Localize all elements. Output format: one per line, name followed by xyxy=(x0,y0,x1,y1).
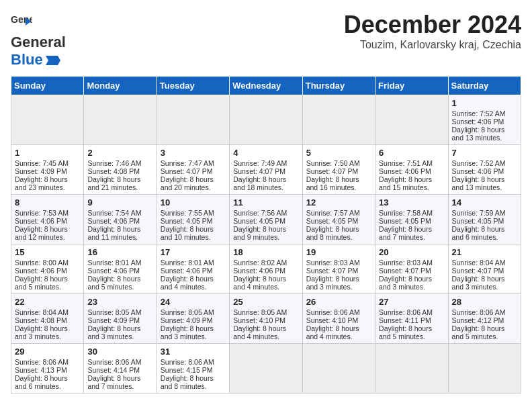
calendar-day-header: Friday xyxy=(375,76,448,95)
calendar-day-cell: 29Sunrise: 8:06 AMSunset: 4:13 PMDayligh… xyxy=(11,343,84,393)
calendar-day-header: Wednesday xyxy=(230,76,302,95)
sunrise-text: Sunrise: 8:05 AM xyxy=(233,308,287,316)
sunset-text: Sunset: 4:05 PM xyxy=(233,217,285,225)
calendar-title: December 2024 xyxy=(344,11,521,39)
sunset-text: Sunset: 4:06 PM xyxy=(87,217,140,225)
day-number: 13 xyxy=(379,197,444,208)
daylight-text: Daylight: 8 hours and 3 minutes. xyxy=(452,275,505,291)
day-number: 25 xyxy=(233,297,298,307)
logo-icon: General xyxy=(11,11,32,32)
calendar-day-cell: 26Sunrise: 8:06 AMSunset: 4:10 PMDayligh… xyxy=(302,293,375,343)
sunset-text: Sunset: 4:08 PM xyxy=(87,167,140,175)
daylight-text: Daylight: 8 hours and 23 minutes. xyxy=(15,175,68,191)
day-number: 16 xyxy=(87,247,152,257)
daylight-text: Daylight: 8 hours and 5 minutes. xyxy=(15,275,68,291)
day-number: 23 xyxy=(87,297,152,307)
calendar-day-cell: 5Sunrise: 7:50 AMSunset: 4:07 PMDaylight… xyxy=(302,144,375,194)
calendar-day-header: Sunday xyxy=(11,76,84,95)
calendar-day-cell: 23Sunrise: 8:05 AMSunset: 4:09 PMDayligh… xyxy=(84,293,157,343)
calendar-day-cell xyxy=(302,343,375,393)
daylight-text: Daylight: 8 hours and 4 minutes. xyxy=(233,275,286,291)
calendar-table: SundayMondayTuesdayWednesdayThursdayFrid… xyxy=(11,76,521,394)
calendar-day-cell: 7Sunrise: 7:52 AMSunset: 4:06 PMDaylight… xyxy=(448,144,521,194)
daylight-text: Daylight: 8 hours and 7 minutes. xyxy=(87,374,140,390)
sunrise-text: Sunrise: 8:04 AM xyxy=(15,308,69,316)
daylight-text: Daylight: 8 hours and 3 minutes. xyxy=(87,324,140,340)
calendar-day-cell: 9Sunrise: 7:54 AMSunset: 4:06 PMDaylight… xyxy=(84,194,157,244)
calendar-day-cell: 1Sunrise: 7:52 AMSunset: 4:06 PMDaylight… xyxy=(448,95,521,144)
logo-general: General xyxy=(11,34,66,50)
calendar-day-cell: 18Sunrise: 8:02 AMSunset: 4:06 PMDayligh… xyxy=(230,244,302,293)
day-number: 28 xyxy=(452,297,517,307)
sunrise-text: Sunrise: 7:52 AM xyxy=(452,109,506,118)
day-number: 15 xyxy=(15,247,80,257)
calendar-day-cell xyxy=(230,95,302,144)
sunset-text: Sunset: 4:05 PM xyxy=(161,217,213,225)
calendar-day-header: Thursday xyxy=(302,76,375,95)
calendar-week-row: 1Sunrise: 7:45 AMSunset: 4:09 PMDaylight… xyxy=(11,144,521,194)
sunrise-text: Sunrise: 7:45 AM xyxy=(15,159,69,167)
day-number: 19 xyxy=(306,247,371,257)
daylight-text: Daylight: 8 hours and 4 minutes. xyxy=(161,275,214,291)
calendar-day-cell xyxy=(230,343,302,393)
calendar-day-cell: 22Sunrise: 8:04 AMSunset: 4:08 PMDayligh… xyxy=(11,293,84,343)
calendar-week-row: 8Sunrise: 7:53 AMSunset: 4:06 PMDaylight… xyxy=(11,194,521,244)
daylight-text: Daylight: 8 hours and 10 minutes. xyxy=(161,225,214,241)
sunset-text: Sunset: 4:06 PM xyxy=(87,267,140,275)
logo-blue: Blue xyxy=(11,51,66,68)
sunrise-text: Sunrise: 7:58 AM xyxy=(379,209,433,217)
sunset-text: Sunset: 4:07 PM xyxy=(306,267,359,275)
sunset-text: Sunset: 4:09 PM xyxy=(161,316,213,324)
daylight-text: Daylight: 8 hours and 6 minutes. xyxy=(452,225,505,241)
sunrise-text: Sunrise: 7:52 AM xyxy=(452,159,506,167)
sunrise-text: Sunrise: 8:06 AM xyxy=(379,308,433,316)
sunset-text: Sunset: 4:07 PM xyxy=(161,167,213,175)
calendar-day-cell: 8Sunrise: 7:53 AMSunset: 4:06 PMDaylight… xyxy=(11,194,84,244)
daylight-text: Daylight: 8 hours and 11 minutes. xyxy=(87,225,140,241)
calendar-week-row: 15Sunrise: 8:00 AMSunset: 4:06 PMDayligh… xyxy=(11,244,521,293)
sunset-text: Sunset: 4:11 PM xyxy=(379,316,431,324)
calendar-day-cell: 12Sunrise: 7:57 AMSunset: 4:05 PMDayligh… xyxy=(302,194,375,244)
daylight-text: Daylight: 8 hours and 16 minutes. xyxy=(306,175,359,191)
calendar-day-cell xyxy=(448,343,521,393)
calendar-day-header: Tuesday xyxy=(157,76,229,95)
sunset-text: Sunset: 4:09 PM xyxy=(87,316,140,324)
day-number: 24 xyxy=(161,297,226,307)
sunset-text: Sunset: 4:07 PM xyxy=(233,167,285,175)
calendar-week-row: 29Sunrise: 8:06 AMSunset: 4:13 PMDayligh… xyxy=(11,343,521,393)
calendar-day-cell xyxy=(375,343,448,393)
day-number: 26 xyxy=(306,297,371,307)
day-number: 31 xyxy=(161,347,226,357)
calendar-day-cell xyxy=(375,95,448,144)
daylight-text: Daylight: 8 hours and 4 minutes. xyxy=(233,324,286,340)
day-number: 18 xyxy=(233,247,298,257)
sunset-text: Sunset: 4:15 PM xyxy=(161,366,213,374)
calendar-day-cell: 20Sunrise: 8:03 AMSunset: 4:07 PMDayligh… xyxy=(375,244,448,293)
sunrise-text: Sunrise: 7:56 AM xyxy=(233,209,287,217)
calendar-day-cell: 17Sunrise: 8:01 AMSunset: 4:06 PMDayligh… xyxy=(157,244,229,293)
sunset-text: Sunset: 4:06 PM xyxy=(379,167,431,175)
logo: General General Blue xyxy=(11,11,66,69)
day-number: 20 xyxy=(379,247,444,257)
calendar-day-cell: 10Sunrise: 7:55 AMSunset: 4:05 PMDayligh… xyxy=(157,194,229,244)
day-number: 1 xyxy=(452,98,517,108)
daylight-text: Daylight: 8 hours and 4 minutes. xyxy=(306,324,359,340)
sunrise-text: Sunrise: 7:46 AM xyxy=(87,159,141,167)
calendar-day-cell: 28Sunrise: 8:06 AMSunset: 4:12 PMDayligh… xyxy=(448,293,521,343)
sunset-text: Sunset: 4:06 PM xyxy=(452,167,504,175)
day-number: 12 xyxy=(306,197,371,208)
calendar-day-cell: 4Sunrise: 7:49 AMSunset: 4:07 PMDaylight… xyxy=(230,144,302,194)
svg-text:General: General xyxy=(11,14,32,25)
calendar-day-cell: 27Sunrise: 8:06 AMSunset: 4:11 PMDayligh… xyxy=(375,293,448,343)
daylight-text: Daylight: 8 hours and 6 minutes. xyxy=(15,374,68,390)
calendar-day-cell: 25Sunrise: 8:05 AMSunset: 4:10 PMDayligh… xyxy=(230,293,302,343)
daylight-text: Daylight: 8 hours and 3 minutes. xyxy=(161,324,214,340)
sunset-text: Sunset: 4:09 PM xyxy=(15,167,67,175)
daylight-text: Daylight: 8 hours and 18 minutes. xyxy=(233,175,286,191)
sunrise-text: Sunrise: 8:06 AM xyxy=(452,308,506,316)
calendar-subtitle: Touzim, Karlovarsky kraj, Czechia xyxy=(344,39,521,51)
calendar-week-row: 22Sunrise: 8:04 AMSunset: 4:08 PMDayligh… xyxy=(11,293,521,343)
sunrise-text: Sunrise: 7:57 AM xyxy=(306,209,360,217)
day-number: 30 xyxy=(87,347,152,357)
daylight-text: Daylight: 8 hours and 5 minutes. xyxy=(452,324,505,340)
